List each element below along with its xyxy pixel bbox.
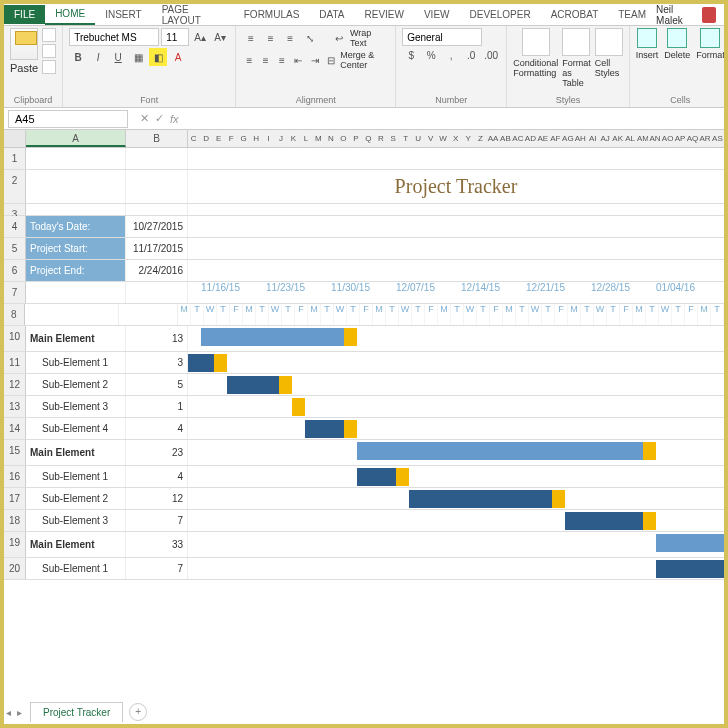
- insert-cells-button[interactable]: Insert: [636, 28, 659, 60]
- tab-review[interactable]: REVIEW: [355, 5, 414, 24]
- row-header[interactable]: 4: [4, 216, 26, 237]
- cell[interactable]: [126, 170, 188, 203]
- number-format-select[interactable]: [402, 28, 482, 46]
- row-header[interactable]: 10: [4, 326, 26, 351]
- col-header[interactable]: AJ: [599, 130, 611, 147]
- duration-cell[interactable]: 7: [126, 558, 188, 579]
- col-header[interactable]: W: [437, 130, 449, 147]
- col-header[interactable]: Q: [363, 130, 375, 147]
- merge-center-button[interactable]: ⊟: [324, 51, 338, 69]
- cell[interactable]: [119, 304, 178, 325]
- sheet-tab[interactable]: Project Tracker: [30, 702, 123, 722]
- formula-input[interactable]: [185, 110, 724, 128]
- col-header[interactable]: J: [275, 130, 287, 147]
- duration-cell[interactable]: 12: [126, 488, 188, 509]
- fill-color-button[interactable]: ◧: [149, 48, 167, 66]
- col-header[interactable]: AF: [550, 130, 562, 147]
- col-header[interactable]: AM: [637, 130, 649, 147]
- decrease-decimal-button[interactable]: .00: [482, 46, 500, 64]
- col-header[interactable]: M: [313, 130, 325, 147]
- col-header[interactable]: C: [188, 130, 200, 147]
- task-name-cell[interactable]: Sub-Element 2: [26, 488, 126, 509]
- duration-cell[interactable]: 7: [126, 510, 188, 531]
- task-name-cell[interactable]: Sub-Element 1: [26, 466, 126, 487]
- row-header[interactable]: 18: [4, 510, 26, 531]
- col-header[interactable]: AG: [562, 130, 574, 147]
- col-header[interactable]: Z: [475, 130, 487, 147]
- col-header[interactable]: AD: [525, 130, 537, 147]
- col-header[interactable]: AS: [712, 130, 724, 147]
- format-painter-button[interactable]: [42, 60, 56, 74]
- tab-formulas[interactable]: FORMULAS: [234, 5, 310, 24]
- row-header[interactable]: 14: [4, 418, 26, 439]
- col-header[interactable]: H: [250, 130, 262, 147]
- row-header[interactable]: 17: [4, 488, 26, 509]
- col-header[interactable]: AO: [662, 130, 674, 147]
- task-name-cell[interactable]: Sub-Element 1: [26, 352, 126, 373]
- font-name-select[interactable]: [69, 28, 159, 46]
- duration-cell[interactable]: 33: [126, 532, 188, 557]
- col-header[interactable]: Y: [462, 130, 474, 147]
- col-header[interactable]: I: [263, 130, 275, 147]
- row-header[interactable]: 16: [4, 466, 26, 487]
- col-header[interactable]: F: [225, 130, 237, 147]
- comma-button[interactable]: ,: [442, 46, 460, 64]
- decrease-font-button[interactable]: A▾: [211, 28, 229, 46]
- cut-button[interactable]: [42, 28, 56, 42]
- col-header[interactable]: AI: [587, 130, 599, 147]
- underline-button[interactable]: U: [109, 48, 127, 66]
- task-name-cell[interactable]: Main Element: [26, 326, 126, 351]
- tab-insert[interactable]: INSERT: [95, 5, 152, 24]
- col-header[interactable]: N: [325, 130, 337, 147]
- cell-styles-button[interactable]: Cell Styles: [595, 28, 623, 88]
- row-header[interactable]: 11: [4, 352, 26, 373]
- row-header[interactable]: 5: [4, 238, 26, 259]
- task-name-cell[interactable]: Sub-Element 3: [26, 396, 126, 417]
- row-header[interactable]: 2: [4, 170, 26, 203]
- tab-file[interactable]: FILE: [4, 5, 45, 24]
- border-button[interactable]: ▦: [129, 48, 147, 66]
- row-header[interactable]: 19: [4, 532, 26, 557]
- paste-button[interactable]: Paste: [10, 28, 38, 74]
- tab-developer[interactable]: DEVELOPER: [460, 5, 541, 24]
- col-header[interactable]: D: [200, 130, 212, 147]
- col-header[interactable]: E: [213, 130, 225, 147]
- row-header[interactable]: 15: [4, 440, 26, 465]
- user-account[interactable]: Neil Malek: [656, 4, 724, 26]
- col-header[interactable]: AP: [674, 130, 686, 147]
- col-header[interactable]: AC: [512, 130, 524, 147]
- task-name-cell[interactable]: Sub-Element 2: [26, 374, 126, 395]
- cell[interactable]: [25, 304, 119, 325]
- title-cell[interactable]: Project Tracker: [188, 170, 724, 203]
- row-header[interactable]: 20: [4, 558, 26, 579]
- row-header[interactable]: 13: [4, 396, 26, 417]
- name-box[interactable]: [8, 110, 128, 128]
- tab-home[interactable]: HOME: [45, 4, 95, 25]
- cell[interactable]: [188, 216, 724, 237]
- start-label-cell[interactable]: Project Start:: [26, 238, 126, 259]
- gantt-cell[interactable]: [188, 326, 724, 351]
- row-header[interactable]: 1: [4, 148, 26, 169]
- task-name-cell[interactable]: Sub-Element 1: [26, 558, 126, 579]
- col-header[interactable]: T: [400, 130, 412, 147]
- row-header[interactable]: 12: [4, 374, 26, 395]
- week-header-row[interactable]: 11/16/1511/23/1511/30/1512/07/1512/14/15…: [188, 282, 724, 303]
- gantt-cell[interactable]: [188, 352, 724, 373]
- gantt-cell[interactable]: [188, 440, 724, 465]
- align-right-button[interactable]: ≡: [275, 51, 289, 69]
- cell[interactable]: [126, 282, 188, 303]
- col-header[interactable]: K: [288, 130, 300, 147]
- col-header[interactable]: L: [300, 130, 312, 147]
- col-header[interactable]: S: [388, 130, 400, 147]
- conditional-formatting-button[interactable]: Conditional Formatting: [513, 28, 558, 88]
- col-header[interactable]: G: [238, 130, 250, 147]
- cell[interactable]: [26, 170, 126, 203]
- duration-cell[interactable]: 13: [126, 326, 188, 351]
- row-header[interactable]: 3: [4, 204, 26, 215]
- col-header[interactable]: R: [375, 130, 387, 147]
- increase-indent-button[interactable]: ⇥: [308, 51, 322, 69]
- cell[interactable]: [26, 204, 126, 215]
- wrap-text-button[interactable]: ↩: [330, 29, 348, 47]
- duration-cell[interactable]: 4: [126, 466, 188, 487]
- bold-button[interactable]: B: [69, 48, 87, 66]
